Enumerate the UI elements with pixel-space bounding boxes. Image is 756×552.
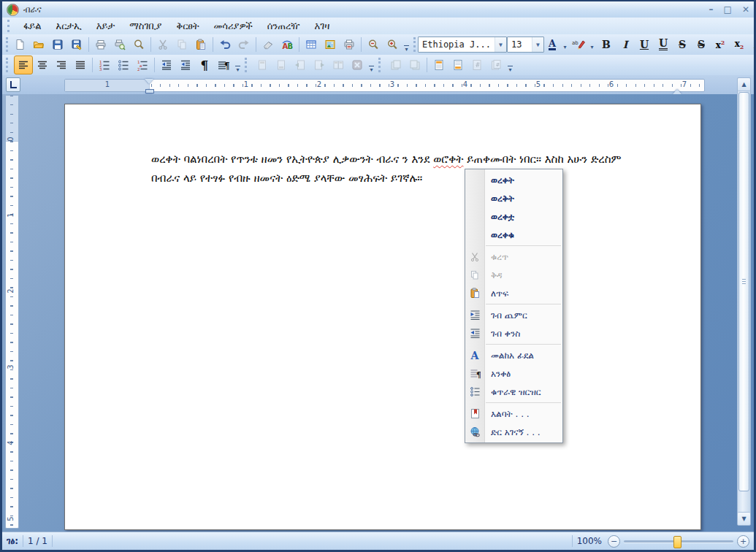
close-button[interactable]: ✕ — [742, 4, 749, 15]
menu-table[interactable]: ሰንጠረዥ — [261, 19, 307, 34]
indent-increase-button[interactable] — [176, 55, 195, 74]
zoom-in-button[interactable]: + — [737, 535, 749, 548]
chevron-down-icon[interactable]: ▼ — [495, 37, 506, 52]
copy-icon — [176, 39, 188, 50]
bulleted-list-button[interactable] — [114, 55, 133, 74]
bold-button[interactable]: B — [597, 35, 616, 54]
new-document-button[interactable] — [10, 35, 29, 54]
spelling-suggestion[interactable]: ወረቀቷ — [465, 207, 562, 226]
minimize-button[interactable]: – — [709, 4, 714, 15]
font-size-combo[interactable]: 13 ▼ — [507, 37, 544, 53]
context-bookmark[interactable]: እልባት . . . — [465, 405, 562, 423]
tab-selector-button[interactable] — [6, 77, 20, 92]
highlight-dropdown[interactable]: ▾ — [587, 34, 597, 55]
save-button[interactable] — [48, 35, 67, 54]
scroll-down-button[interactable]: ▼ — [738, 512, 750, 525]
context-paragraph[interactable]: ¶ አንቀፅ — [465, 364, 562, 383]
menu-tools[interactable]: መሳሪያዎች — [207, 19, 259, 34]
paragraph-direction-button[interactable]: ¶ — [214, 55, 233, 74]
toolbar-overflow-button[interactable]: ▾ — [505, 56, 515, 74]
ruler-number: 6 — [609, 80, 614, 88]
spelling-suggestion[interactable]: ወረቀቁ — [465, 226, 562, 244]
header-button[interactable] — [429, 55, 448, 74]
highlight-button[interactable]: ab — [570, 35, 587, 54]
context-indent-more[interactable]: ገብ ጨምር — [465, 306, 562, 324]
left-indent-marker[interactable] — [145, 89, 154, 93]
zoom-slider-track[interactable] — [624, 540, 733, 543]
font-color-button[interactable]: A — [544, 35, 560, 54]
menu-insert[interactable]: ማስገቢያ — [123, 19, 168, 34]
menu-edit[interactable]: አርታኢ — [50, 19, 88, 34]
chevron-down-icon[interactable]: ▼ — [532, 37, 543, 52]
multilevel-list-button[interactable]: 1a2 — [133, 55, 152, 74]
spelling-suggestion[interactable]: ወረቀት — [465, 171, 562, 189]
context-hyperlink[interactable]: ድር አገናኝ . . . — [465, 423, 562, 441]
menu-separator — [486, 344, 561, 345]
scrollbar-thumb[interactable] — [738, 92, 749, 491]
find-button[interactable] — [129, 35, 148, 54]
misspelled-word[interactable]: ወሮቀት — [433, 153, 463, 166]
context-font[interactable]: A መልከአ ፊደል — [465, 346, 562, 364]
menu-help[interactable]: እገዛ — [308, 19, 337, 34]
zoom-in-button[interactable] — [383, 35, 402, 54]
double-strikethrough-button[interactable]: S — [692, 35, 711, 54]
open-button[interactable] — [29, 35, 48, 54]
menu-file[interactable]: ፋይል — [17, 19, 48, 34]
align-right-button[interactable] — [52, 55, 71, 74]
save-as-button[interactable] — [67, 35, 86, 54]
insert-image-button[interactable] — [321, 35, 340, 54]
scroll-up-button[interactable]: ▲ — [738, 78, 750, 91]
align-center-button[interactable] — [33, 55, 52, 74]
toolbar-overflow-button[interactable]: ▾ — [233, 56, 243, 74]
redo-button — [234, 35, 253, 54]
print-button[interactable] — [91, 35, 110, 54]
align-justify-icon — [75, 59, 86, 71]
zoom-slider-thumb[interactable] — [673, 536, 681, 548]
context-numbered-list[interactable]: ቁጥራዊ ዝርዝር — [465, 383, 562, 401]
underline-button[interactable]: U — [635, 35, 654, 54]
spellcheck-button[interactable]: AB — [278, 35, 297, 54]
paste-button[interactable] — [191, 35, 210, 54]
insert-table-button[interactable] — [302, 35, 321, 54]
subscript-button[interactable]: x2 — [730, 35, 749, 54]
grow-font-button[interactable]: A — [749, 35, 756, 54]
menu-format[interactable]: ቅርፀት — [169, 19, 205, 34]
zoom-out-button[interactable]: − — [608, 535, 620, 548]
toolbar-grip[interactable] — [7, 20, 13, 31]
spelling-suggestion[interactable]: ወረቅት — [465, 189, 562, 207]
italic-button[interactable]: I — [616, 35, 635, 54]
undo-button[interactable] — [215, 35, 234, 54]
superscript-button[interactable]: x2 — [711, 35, 730, 54]
document-page[interactable]: ወረቀት ባልነበረበት የጥንቱ ዘመን የኢትዮጵያ ሊቃውንት ብራና ን… — [64, 104, 701, 530]
eraser-button[interactable] — [259, 35, 278, 54]
maximize-button[interactable]: □ — [724, 4, 732, 15]
context-cut: ቁረጥ — [465, 248, 562, 266]
toolbar-grip[interactable] — [245, 58, 251, 72]
font-name-combo[interactable]: Ethiopia J... ▼ — [418, 37, 507, 53]
show-paragraph-marks-button[interactable]: ¶ — [195, 55, 214, 74]
footer-button[interactable] — [448, 55, 467, 74]
right-indent-marker[interactable] — [673, 85, 681, 94]
bookmark-icon — [470, 408, 481, 419]
align-justify-button[interactable] — [71, 55, 90, 74]
menu-view[interactable]: እይታ — [90, 19, 121, 34]
print-layout-button[interactable] — [340, 35, 359, 54]
context-indent-less[interactable]: ገብ ቀንስ — [465, 324, 562, 342]
indent-decrease-button[interactable] — [157, 55, 176, 74]
toolbar-grip[interactable] — [6, 37, 8, 52]
toolbar-grip[interactable] — [6, 58, 12, 72]
font-icon: A — [471, 350, 479, 361]
font-color-dropdown[interactable]: ▾ — [560, 34, 570, 55]
zoom-out-button[interactable] — [364, 35, 383, 54]
delete-x-icon — [351, 59, 363, 71]
print-preview-button[interactable] — [110, 35, 129, 54]
numbered-list-button[interactable]: 123 — [95, 55, 114, 74]
align-left-button[interactable] — [14, 55, 33, 74]
toolbar-grip[interactable] — [378, 58, 384, 72]
toolbar-overflow-button[interactable]: ▾ — [402, 36, 411, 54]
strikethrough-button[interactable]: S — [673, 35, 692, 54]
toolbar-grip[interactable] — [413, 37, 416, 52]
toolbar-overflow-button[interactable]: ▾ — [367, 56, 376, 74]
double-underline-button[interactable]: U — [654, 35, 673, 54]
context-paste[interactable]: ለጥፍ — [465, 284, 562, 302]
